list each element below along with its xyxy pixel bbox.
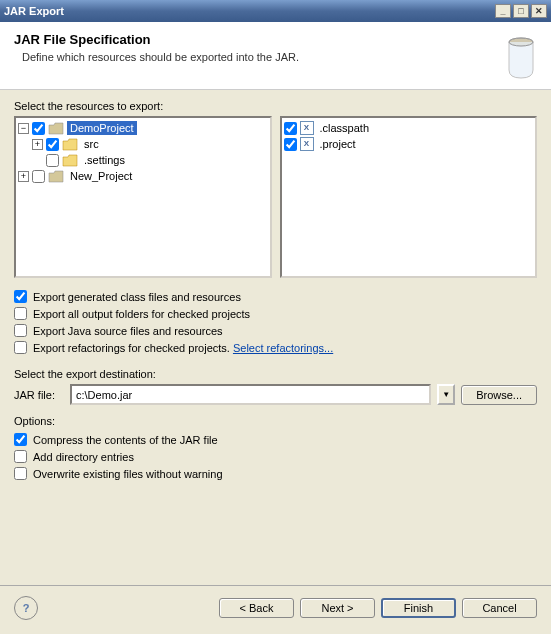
options-label: Options: [14,415,537,427]
checkbox-classpath[interactable] [284,122,297,135]
expand-icon[interactable]: + [18,171,29,182]
jar-file-dropdown[interactable]: ▼ [437,384,455,405]
checkbox-export-generated[interactable] [14,290,27,303]
option-label: Compress the contents of the JAR file [33,434,218,446]
option-compress[interactable]: Compress the contents of the JAR file [14,431,537,448]
checkbox-export-source[interactable] [14,324,27,337]
option-overwrite[interactable]: Overwrite existing files without warning [14,465,537,482]
maximize-button[interactable]: □ [513,4,529,18]
file-list[interactable]: X .classpath X .project [280,116,538,278]
help-button[interactable]: ? [14,596,38,620]
tree-item-newproject[interactable]: + New_Project [18,168,268,184]
select-refactorings-link[interactable]: Select refactorings... [233,342,333,354]
option-directory-entries[interactable]: Add directory entries [14,448,537,465]
checkbox-export-output[interactable] [14,307,27,320]
collapse-icon[interactable]: − [18,123,29,134]
checkbox-src[interactable] [46,138,59,151]
option-label: Export all output folders for checked pr… [33,308,250,320]
back-button[interactable]: < Back [219,598,294,618]
option-label: Overwrite existing files without warning [33,468,223,480]
file-icon: X [300,137,314,151]
tree-label: DemoProject [67,121,137,135]
file-item-classpath[interactable]: X .classpath [284,120,534,136]
project-icon [48,122,64,135]
wizard-footer: ? < Back Next > Finish Cancel [0,585,551,634]
wizard-header: JAR File Specification Define which reso… [0,22,551,90]
folder-icon [62,154,78,167]
checkbox-project[interactable] [284,138,297,151]
tree-label: .settings [81,153,128,167]
window-title: JAR Export [4,5,495,17]
destination-label: Select the export destination: [14,368,537,380]
close-button[interactable]: ✕ [531,4,547,18]
export-option[interactable]: Export refactorings for checked projects… [14,339,537,356]
option-label: Export generated class files and resourc… [33,291,241,303]
checkbox-compress[interactable] [14,433,27,446]
finish-button[interactable]: Finish [381,598,456,618]
tree-label: src [81,137,102,151]
file-label: .classpath [317,121,373,135]
file-item-project[interactable]: X .project [284,136,534,152]
tree-item-demoproject[interactable]: − DemoProject [18,120,268,136]
tree-item-src[interactable]: + src [18,136,268,152]
page-title: JAR File Specification [14,32,537,47]
expand-icon[interactable]: + [32,139,43,150]
page-description: Define which resources should be exporte… [14,51,537,63]
export-option[interactable]: Export all output folders for checked pr… [14,305,537,322]
browse-button[interactable]: Browse... [461,385,537,405]
minimize-button[interactable]: _ [495,4,511,18]
tree-label: New_Project [67,169,135,183]
checkbox-export-refactorings[interactable] [14,341,27,354]
resources-label: Select the resources to export: [14,100,537,112]
project-icon [48,170,64,183]
checkbox-newproject[interactable] [32,170,45,183]
file-icon: X [300,121,314,135]
checkbox-demoproject[interactable] [32,122,45,135]
title-bar: JAR Export _ □ ✕ [0,0,551,22]
jar-icon [491,30,541,80]
option-label: Export Java source files and resources [33,325,223,337]
file-label: .project [317,137,359,151]
export-option[interactable]: Export generated class files and resourc… [14,288,537,305]
cancel-button[interactable]: Cancel [462,598,537,618]
jar-file-label: JAR file: [14,389,64,401]
resource-tree[interactable]: − DemoProject + src .settings + [14,116,272,278]
folder-icon [62,138,78,151]
option-label: Export refactorings for checked projects… [33,342,230,354]
option-label: Add directory entries [33,451,134,463]
checkbox-overwrite[interactable] [14,467,27,480]
export-option[interactable]: Export Java source files and resources [14,322,537,339]
jar-file-input[interactable] [70,384,431,405]
next-button[interactable]: Next > [300,598,375,618]
checkbox-settings[interactable] [46,154,59,167]
checkbox-directory-entries[interactable] [14,450,27,463]
tree-item-settings[interactable]: .settings [18,152,268,168]
